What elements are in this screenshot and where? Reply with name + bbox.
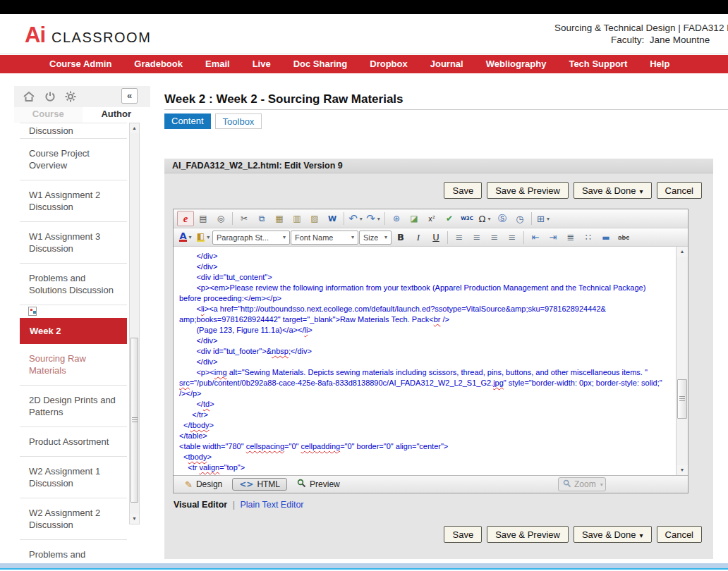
sidebar-item-problems-solutions-discussion-w1[interactable]: Problems and Solutions Discussion	[20, 264, 127, 305]
font-name-select[interactable]: Font Name	[291, 231, 358, 245]
code-scrollbar[interactable]: ▲ ▼	[676, 247, 688, 475]
paste-icon[interactable]: ▦	[271, 211, 288, 226]
save-preview-button[interactable]: Save & Preview	[487, 526, 569, 543]
highlight-color-icon[interactable]: ◧	[195, 230, 212, 245]
sidebar-item-label: W1 Assignment 3 Discussion	[29, 231, 100, 254]
code-line: <p><em>Please review the following infor…	[179, 283, 671, 293]
preview-mode-button[interactable]: Preview	[290, 477, 347, 491]
align-justify-icon[interactable]: ≡	[504, 230, 521, 245]
home-icon[interactable]	[23, 91, 35, 102]
sidebar-item-discussion[interactable]: Discussion	[20, 123, 127, 139]
redo-icon[interactable]: ↷	[365, 211, 382, 226]
print-icon[interactable]: ▤	[195, 211, 212, 226]
sidebar-collapse-button[interactable]: «	[121, 88, 138, 104]
nav-journal[interactable]: Journal	[419, 55, 475, 73]
nav-gradebook[interactable]: Gradebook	[123, 55, 194, 73]
paragraph-style-select[interactable]: Paragraph St...	[212, 231, 290, 245]
find-icon[interactable]: ◎	[212, 211, 229, 226]
html-mode-button[interactable]: <> HTML	[232, 478, 287, 491]
paste-special-icon[interactable]: ▨	[306, 211, 323, 226]
snippet-icon[interactable]: Ⓢ	[494, 211, 511, 226]
sidebar-scrollbar[interactable]: ▲ ▼	[129, 123, 140, 524]
sidebar-item-label: Problems and Solutions Discussion	[29, 273, 114, 295]
image-manager-icon[interactable]: ◪	[406, 211, 423, 226]
spellcheck-icon[interactable]: ✔	[441, 211, 458, 226]
tab-author[interactable]: Author	[83, 107, 151, 123]
save-done-button[interactable]: Save & Done	[574, 182, 652, 199]
w3c-validate-icon[interactable]: W3C	[459, 211, 475, 226]
nav-help[interactable]: Help	[638, 55, 681, 73]
pencil-icon: ✎	[185, 479, 193, 490]
sidebar-item-label: Discussion	[29, 125, 73, 137]
plain-text-editor-link[interactable]: Plain Text Editor	[240, 500, 303, 510]
sidebar-item-product-assortment[interactable]: Product Assortment	[20, 427, 127, 457]
html-source-textarea[interactable]: </div> </div> <div id="tut_content"> <p>…	[174, 247, 688, 475]
cancel-button[interactable]: Cancel	[657, 182, 702, 199]
sidebar-scrollbar-thumb[interactable]	[131, 338, 138, 503]
sidebar-broken-image-row[interactable]	[20, 305, 127, 318]
sidebar-item-w2-assignment-2-discussion[interactable]: W2 Assignment 2 Discussion	[20, 498, 127, 540]
nav-email[interactable]: Email	[194, 55, 241, 73]
save-preview-button[interactable]: Save & Preview	[487, 182, 569, 199]
font-size-select[interactable]: Size	[359, 231, 392, 245]
zoom-button[interactable]: Zoom	[558, 477, 606, 491]
superscript-icon[interactable]: x²	[423, 211, 440, 226]
sidebar-item-w1-assignment-2-discussion[interactable]: W1 Assignment 2 Discussion	[20, 180, 127, 222]
align-center-icon[interactable]: ≡	[468, 230, 485, 245]
horizontal-rule-icon[interactable]: ▬	[597, 230, 614, 245]
scroll-up-icon[interactable]: ▲	[677, 247, 688, 257]
nav-webliography[interactable]: Webliography	[475, 55, 558, 73]
code-line: <li><a href="http://outboundsso.next.eco…	[179, 304, 671, 314]
tab-toolbox[interactable]: Toolbox	[215, 113, 262, 129]
undo-icon[interactable]: ↶	[347, 211, 364, 226]
sidebar-item-course-project-overview[interactable]: Course Project Overview	[20, 139, 127, 180]
strikethrough-icon[interactable]: abc	[615, 230, 632, 245]
italic-icon[interactable]: I	[410, 230, 427, 245]
nav-doc-sharing[interactable]: Doc Sharing	[282, 55, 359, 73]
sidebar-item-w2-assignment-1-discussion[interactable]: W2 Assignment 1 Discussion	[20, 457, 127, 498]
cancel-button[interactable]: Cancel	[657, 526, 702, 543]
paste-word-icon[interactable]: W	[324, 211, 341, 226]
hyperlink-icon[interactable]: ⊛	[388, 211, 405, 226]
sidebar-item-w1-assignment-3-discussion[interactable]: W1 Assignment 3 Discussion	[20, 222, 127, 264]
editor-app-icon[interactable]: e	[177, 211, 194, 226]
align-right-icon[interactable]: ≡	[486, 230, 503, 245]
table-icon[interactable]: ⊞	[535, 211, 552, 226]
font-color-icon[interactable]: A	[177, 230, 194, 245]
paste-plain-icon[interactable]: ▥	[289, 211, 305, 226]
code-line: (Page 123, Figure 11.1a)</a></li>	[179, 325, 671, 336]
special-char-icon[interactable]: Ω	[476, 211, 493, 226]
save-button[interactable]: Save	[444, 182, 482, 199]
nav-dropbox[interactable]: Dropbox	[358, 55, 418, 73]
code-line: <div id="tut_content">	[179, 272, 671, 283]
design-mode-button[interactable]: ✎ Design	[178, 478, 229, 491]
nav-tech-support[interactable]: Tech Support	[557, 55, 638, 73]
bullet-list-icon[interactable]: ∷	[580, 230, 597, 245]
design-mode-label: Design	[196, 479, 222, 489]
sidebar-item-2d-design-prints-patterns[interactable]: 2D Design Prints and Patterns	[20, 386, 127, 427]
power-icon[interactable]	[44, 91, 56, 102]
nav-live[interactable]: Live	[241, 55, 282, 73]
bold-icon[interactable]: B	[392, 230, 409, 245]
save-done-button[interactable]: Save & Done	[574, 526, 652, 543]
cut-icon[interactable]: ✂	[236, 211, 253, 226]
underline-icon[interactable]: U	[427, 230, 444, 245]
numbered-list-icon[interactable]: ≣	[562, 230, 579, 245]
code-line: <div id="tut_footer">&nbsp;</div>	[179, 346, 671, 357]
indent-icon[interactable]: ⇥	[545, 230, 562, 245]
copy-icon[interactable]: ⧉	[253, 211, 270, 226]
gear-icon[interactable]	[65, 91, 76, 102]
time-icon[interactable]: ◷	[511, 211, 528, 226]
scroll-up-icon[interactable]: ▲	[130, 123, 139, 133]
scroll-down-icon[interactable]: ▼	[130, 514, 139, 524]
outdent-icon[interactable]: ⇤	[527, 230, 544, 245]
code-scrollbar-thumb[interactable]	[677, 379, 687, 419]
nav-course-admin[interactable]: Course Admin	[38, 55, 123, 73]
save-button[interactable]: Save	[444, 526, 482, 543]
align-left-icon[interactable]: ≡	[451, 230, 468, 245]
tab-course[interactable]: Course	[14, 107, 83, 123]
scroll-down-icon[interactable]: ▼	[677, 465, 688, 475]
sidebar-item-sourcing-raw-materials[interactable]: Sourcing Raw Materials	[20, 344, 127, 386]
sidebar-item-week-2[interactable]: Week 2	[20, 318, 127, 344]
tab-content[interactable]: Content	[164, 113, 211, 129]
